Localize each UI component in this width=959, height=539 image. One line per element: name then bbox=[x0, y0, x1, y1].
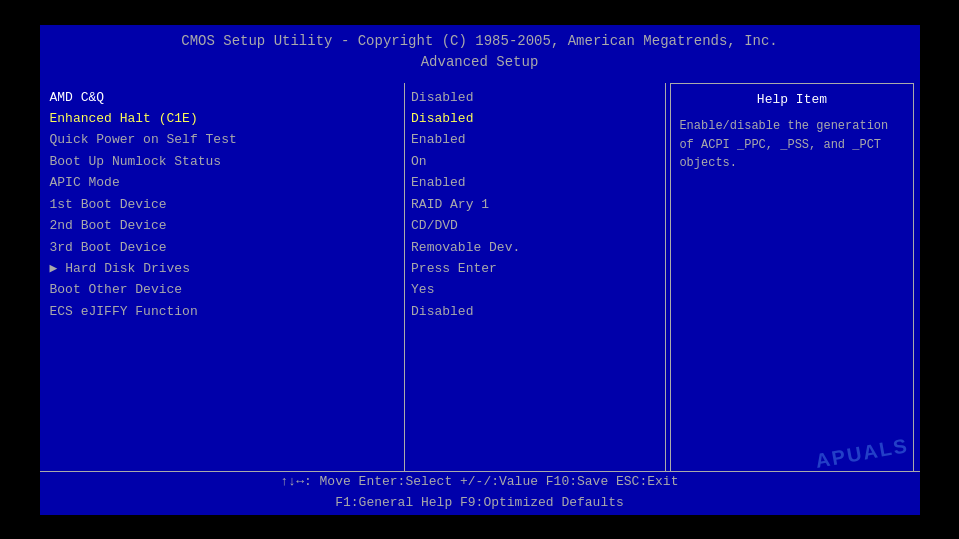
middle-item: Press Enter bbox=[411, 258, 659, 279]
middle-item: On bbox=[411, 151, 659, 172]
help-text: Enable/disable the generation of ACPI _P… bbox=[679, 117, 904, 173]
main-area: AMD C&QEnhanced Halt (C1E)Quick Power on… bbox=[40, 79, 920, 489]
right-panel: Help Item Enable/disable the generation … bbox=[670, 83, 913, 485]
bottom-line2: F1:General Help F9:Optimized Defaults bbox=[335, 493, 624, 514]
left-item[interactable]: Boot Other Device bbox=[50, 279, 395, 300]
help-title: Help Item bbox=[679, 90, 904, 110]
left-item[interactable]: 2nd Boot Device bbox=[50, 215, 395, 236]
left-item[interactable]: ECS eJIFFY Function bbox=[50, 301, 395, 322]
middle-item: Yes bbox=[411, 279, 659, 300]
title-bar: CMOS Setup Utility - Copyright (C) 1985-… bbox=[40, 25, 920, 75]
left-item[interactable]: 1st Boot Device bbox=[50, 194, 395, 215]
left-panel: AMD C&QEnhanced Halt (C1E)Quick Power on… bbox=[40, 79, 405, 489]
left-item[interactable]: 3rd Boot Device bbox=[50, 237, 395, 258]
middle-item: Enabled bbox=[411, 129, 659, 150]
middle-item: Enabled bbox=[411, 172, 659, 193]
middle-item: CD/DVD bbox=[411, 215, 659, 236]
divider-right bbox=[665, 83, 666, 485]
bios-screen: CMOS Setup Utility - Copyright (C) 1985-… bbox=[40, 25, 920, 515]
middle-item: Disabled bbox=[411, 108, 659, 129]
middle-item: Disabled bbox=[411, 87, 659, 108]
bottom-bar: ↑↓↔: Move Enter:Select +/-/:Value F10:Sa… bbox=[40, 471, 920, 515]
left-item[interactable]: ▶ Hard Disk Drives bbox=[50, 258, 395, 279]
middle-panel: DisabledDisabledEnabledOnEnabledRAID Ary… bbox=[405, 79, 665, 489]
left-item[interactable]: AMD C&Q bbox=[50, 87, 395, 108]
middle-item: Removable Dev. bbox=[411, 237, 659, 258]
title-line1: CMOS Setup Utility - Copyright (C) 1985-… bbox=[40, 31, 920, 52]
middle-item: Disabled bbox=[411, 301, 659, 322]
bottom-line1: ↑↓↔: Move Enter:Select +/-/:Value F10:Sa… bbox=[281, 472, 679, 493]
left-item[interactable]: Boot Up Numlock Status bbox=[50, 151, 395, 172]
middle-item: RAID Ary 1 bbox=[411, 194, 659, 215]
left-item[interactable]: Enhanced Halt (C1E) bbox=[50, 108, 395, 129]
title-line2: Advanced Setup bbox=[40, 52, 920, 73]
left-item[interactable]: APIC Mode bbox=[50, 172, 395, 193]
left-item[interactable]: Quick Power on Self Test bbox=[50, 129, 395, 150]
